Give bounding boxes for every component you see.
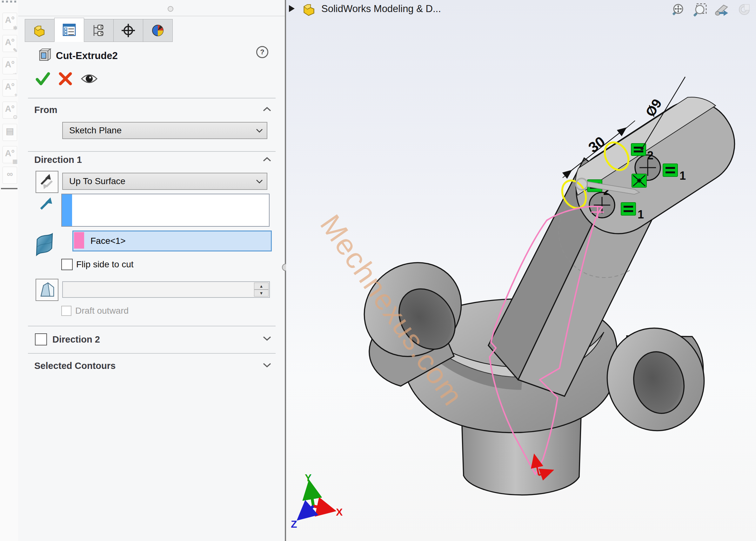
dimxpert-icon <box>121 23 136 38</box>
face-selection-bar <box>74 232 84 249</box>
part-icon <box>32 23 47 38</box>
section-divider <box>28 353 276 354</box>
selected-contours-group-label: Selected Contours <box>34 361 116 371</box>
triad-z-label: Z <box>291 518 297 530</box>
svg-text:2: 2 <box>647 149 653 162</box>
flip-side-checkbox[interactable] <box>61 259 73 270</box>
direction2-checkbox[interactable] <box>35 333 47 345</box>
start-condition-value: Sketch Plane <box>69 125 122 136</box>
draft-button[interactable] <box>36 279 58 301</box>
direction1-collapse-chevron-icon[interactable] <box>263 157 272 162</box>
stepper-up-icon[interactable]: ▲ <box>254 282 269 289</box>
help-icon[interactable]: ? <box>256 46 268 58</box>
side-toolbar: A°✱ A°✎ A°→ A°+ A°⊙ ▤ A°▦ ∞ <box>0 0 18 541</box>
property-manager-panel: Cut-Extrude2 ? From Sketch Plane Directi… <box>18 0 285 541</box>
reverse-direction-icon <box>37 173 57 191</box>
section-divider <box>28 151 276 152</box>
featuremanager-tab[interactable] <box>25 19 55 42</box>
chevron-down-icon <box>256 129 263 133</box>
flyout-document-title[interactable]: SolidWorks Modeling & D... <box>321 3 441 15</box>
direction1-group-label: Direction 1 <box>34 155 82 165</box>
configurationmanager-icon <box>91 23 106 38</box>
chain-tool-icon[interactable]: ∞ <box>3 167 17 184</box>
annotation-add-icon[interactable]: A°+ <box>3 79 17 97</box>
start-condition-select[interactable]: Sketch Plane <box>62 122 267 139</box>
preview-eye-button[interactable] <box>80 72 98 85</box>
from-group-label: From <box>34 105 57 115</box>
triad-x-label: X <box>336 506 343 518</box>
annotation-export-icon[interactable]: A°→ <box>3 57 17 74</box>
feature-title: Cut-Extrude2 <box>56 50 118 62</box>
draft-angle-field[interactable]: ▲ ▼ <box>62 281 270 298</box>
direction2-group-label: Direction 2 <box>52 334 100 345</box>
stepper-down-icon[interactable]: ▼ <box>254 289 269 296</box>
svg-text:1: 1 <box>679 169 686 182</box>
part-body[interactable] <box>346 86 750 495</box>
configurationmanager-tab[interactable] <box>84 19 114 42</box>
from-collapse-chevron-icon[interactable] <box>263 107 272 112</box>
zoom-to-area-icon[interactable] <box>692 2 708 18</box>
svg-text:1: 1 <box>638 208 644 221</box>
ok-button[interactable] <box>35 71 51 86</box>
propertymanager-icon <box>62 23 77 37</box>
section-divider <box>28 326 276 326</box>
end-condition-value: Up To Surface <box>69 176 125 186</box>
zoom-to-fit-icon[interactable] <box>669 2 686 18</box>
cut-extrude-feature-icon <box>38 48 52 62</box>
surface-face-icon <box>34 232 55 259</box>
propertymanager-tab[interactable] <box>54 18 84 42</box>
selected-contours-expand-chevron-icon[interactable] <box>263 362 272 368</box>
flyout-tree-arrow-icon[interactable] <box>289 5 295 12</box>
toolbar-divider <box>1 188 17 189</box>
annotation-new-icon[interactable]: A°✱ <box>3 13 17 30</box>
displaymanager-icon <box>151 23 165 38</box>
flip-side-label: Flip side to cut <box>76 260 134 270</box>
part-document-icon <box>301 1 318 17</box>
cancel-button[interactable] <box>58 72 73 86</box>
panel-collapse-handle[interactable] <box>168 6 173 12</box>
tabstrip-line <box>18 16 285 16</box>
direction2-expand-chevron-icon[interactable] <box>263 336 272 341</box>
save-annotation-icon[interactable]: ▤ <box>3 124 17 141</box>
reverse-direction-button[interactable] <box>36 171 58 193</box>
annotation-options-icon[interactable]: A°⊙ <box>3 102 17 119</box>
draft-icon <box>38 281 56 299</box>
direction-reference-box[interactable] <box>61 194 270 227</box>
symmetric-relation-badge[interactable] <box>632 174 646 187</box>
chevron-down-icon <box>256 179 263 184</box>
direction-reference-icon <box>38 196 54 212</box>
previous-view-icon[interactable] <box>714 2 730 18</box>
face-selection-box[interactable]: Face<1> <box>72 231 272 252</box>
end-condition-select[interactable]: Up To Surface <box>62 173 267 190</box>
annotation-edit-icon[interactable]: A°✎ <box>3 35 17 52</box>
dimxpertmanager-tab[interactable] <box>113 19 143 42</box>
active-selection-bar <box>62 194 72 226</box>
displaymanager-tab[interactable] <box>143 19 173 42</box>
draft-outward-checkbox <box>61 306 71 316</box>
model-scene[interactable]: Mechnexus.com 2 1 2 <box>286 19 756 541</box>
face-selection-value: Face<1> <box>91 236 126 246</box>
stamp-annotation-icon[interactable]: A°▦ <box>3 146 17 163</box>
reference-triad: Y X Z <box>291 472 343 530</box>
draft-outward-label: Draft outward <box>75 306 129 316</box>
draft-angle-stepper[interactable]: ▲ ▼ <box>254 282 269 296</box>
triad-y-label: Y <box>305 472 312 483</box>
section-view-icon[interactable] <box>736 2 753 18</box>
section-divider <box>28 98 276 98</box>
